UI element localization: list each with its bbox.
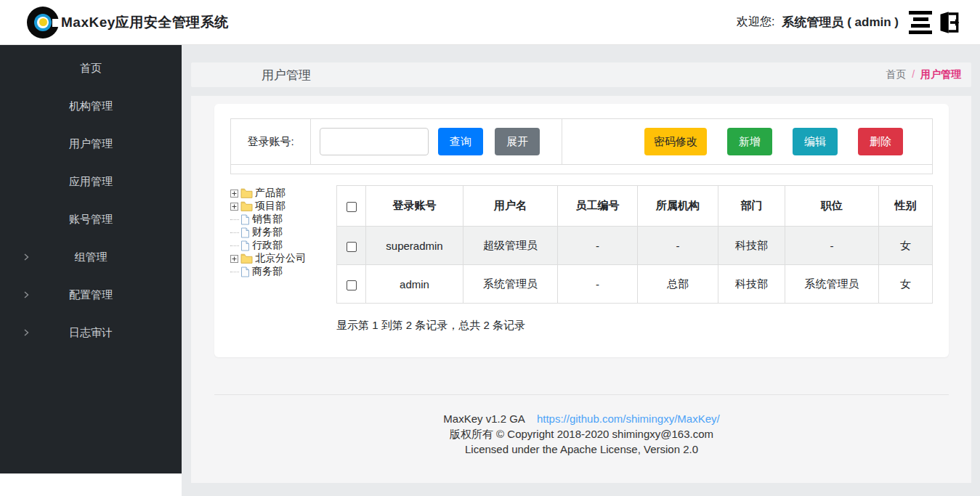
tree-node-leaf[interactable]: 行政部 (230, 239, 336, 252)
cell-username: 超级管理员 (463, 227, 558, 265)
cell-organization: - (638, 227, 718, 265)
folder-icon (240, 188, 253, 198)
app-title: MaxKey应用安全管理系统 (61, 13, 229, 32)
breadcrumb-separator: / (912, 68, 915, 80)
breadcrumb-current: 用户管理 (920, 68, 961, 80)
sidebar-item-label: 账号管理 (69, 213, 113, 227)
sidebar-item-home[interactable]: 首页 (0, 49, 182, 87)
sidebar-item-account-management[interactable]: 账号管理 (0, 200, 182, 238)
tree-node-label: 行政部 (252, 239, 283, 252)
header-right: 欢迎您: 系统管理员 ( admin ) (737, 9, 961, 36)
maxkey-logo-icon (26, 6, 60, 39)
tree-node-leaf[interactable]: 商务部 (230, 265, 336, 278)
logout-icon[interactable] (935, 9, 961, 36)
tree-connector (230, 272, 239, 272)
expand-button[interactable]: 展开 (495, 128, 540, 155)
sidebar-item-config-management[interactable]: 配置管理 (0, 276, 182, 314)
tree-node-leaf[interactable]: 财务部 (230, 226, 336, 239)
tree-node-label: 财务部 (252, 226, 283, 239)
breadcrumb-home-link[interactable]: 首页 (886, 68, 906, 80)
user-management-card: 登录账号: 查询 展开 密码修改 新增 编辑 删除 (214, 104, 949, 357)
table-row[interactable]: superadmin 超级管理员 - - 科技部 - 女 (337, 227, 933, 265)
edit-button[interactable]: 编辑 (793, 128, 838, 155)
add-button[interactable]: 新增 (727, 128, 772, 155)
folder-icon (240, 201, 253, 211)
sidebar-item-app-management[interactable]: 应用管理 (0, 163, 182, 200)
title-bar: 用户管理 首页 / 用户管理 (191, 62, 971, 87)
chevron-right-icon (22, 328, 31, 337)
users-table: 登录账号 用户名 员工编号 所属机构 部门 职位 性别 (336, 185, 933, 304)
sidebar-item-user-management[interactable]: 用户管理 (0, 125, 182, 163)
file-icon (240, 214, 250, 225)
tree-connector (230, 245, 239, 246)
pagination-summary: 显示第 1 到第 2 条记录，总共 2 条记录 (336, 319, 933, 333)
sidebar-item-group-management[interactable]: 组管理 (0, 238, 182, 276)
table-toolbar-strip (230, 164, 933, 174)
tree-node-folder[interactable]: 产品部 (230, 187, 336, 200)
tree-node-label: 北京分公司 (255, 252, 306, 265)
sidebar-item-label: 用户管理 (69, 137, 113, 151)
tree-node-label: 项目部 (255, 200, 286, 213)
col-position: 职位 (785, 186, 879, 227)
cell-employee-no: - (558, 265, 638, 304)
expand-plus-icon[interactable] (230, 203, 238, 211)
footer-copyright: 版权所有 © Copyright 2018-2020 shimingxy@163… (214, 426, 949, 442)
table-row[interactable]: admin 系统管理员 - 总部 科技部 系统管理员 女 (337, 265, 933, 304)
sidebar-item-label: 应用管理 (69, 175, 113, 189)
users-table-area: 登录账号 用户名 员工编号 所属机构 部门 职位 性别 (336, 185, 933, 333)
cell-username: 系统管理员 (463, 265, 558, 304)
cell-gender: 女 (879, 265, 933, 304)
footer-license: Licensed under the Apache License, Versi… (214, 442, 949, 457)
cell-position: 系统管理员 (785, 265, 879, 304)
cell-department: 科技部 (718, 227, 785, 265)
row-checkbox[interactable] (347, 242, 357, 252)
page-footer: MaxKey v1.2 GAhttps://github.com/shiming… (214, 395, 949, 457)
search-button[interactable]: 查询 (438, 128, 483, 155)
login-account-label: 登录账号: (231, 119, 311, 164)
sidebar-item-log-audit[interactable]: 日志审计 (0, 314, 182, 351)
welcome-label: 欢迎您: (737, 15, 774, 30)
tree-node-label: 产品部 (255, 187, 286, 200)
password-modify-button[interactable]: 密码修改 (644, 128, 707, 155)
sidebar-item-label: 首页 (80, 62, 102, 76)
filter-bar: 登录账号: 查询 展开 密码修改 新增 编辑 删除 (230, 118, 933, 165)
cell-login-account: superadmin (366, 227, 463, 265)
cell-gender: 女 (879, 227, 933, 265)
sidebar: 首页 机构管理 用户管理 应用管理 账号管理 组管理 配置管理 日志审计 (0, 45, 182, 473)
sidebar-item-label: 日志审计 (69, 326, 113, 340)
page-section: 登录账号: 查询 展开 密码修改 新增 编辑 删除 (191, 96, 971, 483)
col-username: 用户名 (463, 186, 558, 227)
col-employee-no: 员工编号 (558, 186, 638, 227)
department-tree: 产品部 项目部 销售部 (230, 185, 336, 333)
cell-login-account: admin (366, 265, 463, 304)
cell-employee-no: - (558, 227, 638, 265)
select-all-checkbox[interactable] (347, 202, 357, 212)
tree-node-label: 商务部 (252, 265, 283, 278)
chevron-right-icon (22, 253, 31, 261)
col-login-account: 登录账号 (366, 186, 463, 227)
tree-node-folder[interactable]: 项目部 (230, 200, 336, 213)
col-organization: 所属机构 (638, 186, 718, 227)
sidebar-item-org-management[interactable]: 机构管理 (0, 87, 182, 125)
login-account-input[interactable] (320, 128, 429, 155)
expand-plus-icon[interactable] (230, 190, 238, 198)
tree-node-label: 销售部 (252, 213, 283, 226)
cell-position: - (785, 227, 879, 265)
file-icon (240, 227, 250, 238)
file-icon (240, 267, 250, 277)
tree-node-folder[interactable]: 北京分公司 (230, 252, 336, 265)
list-icon[interactable] (909, 11, 932, 34)
col-department: 部门 (718, 186, 785, 227)
footer-github-link[interactable]: https://github.com/shimingxy/MaxKey/ (537, 412, 720, 425)
tree-node-leaf[interactable]: 销售部 (230, 213, 336, 226)
table-header-row: 登录账号 用户名 员工编号 所属机构 部门 职位 性别 (337, 186, 933, 227)
tree-connector (230, 232, 239, 233)
tree-connector (230, 219, 239, 220)
expand-plus-icon[interactable] (230, 255, 238, 263)
row-checkbox[interactable] (347, 280, 357, 290)
cell-organization: 总部 (638, 265, 718, 304)
app-header: MaxKey应用安全管理系统 欢迎您: 系统管理员 ( admin ) (0, 0, 980, 45)
delete-button[interactable]: 删除 (858, 128, 903, 155)
current-user: 系统管理员 ( admin ) (782, 14, 899, 31)
footer-version: MaxKey v1.2 GA (443, 412, 525, 425)
